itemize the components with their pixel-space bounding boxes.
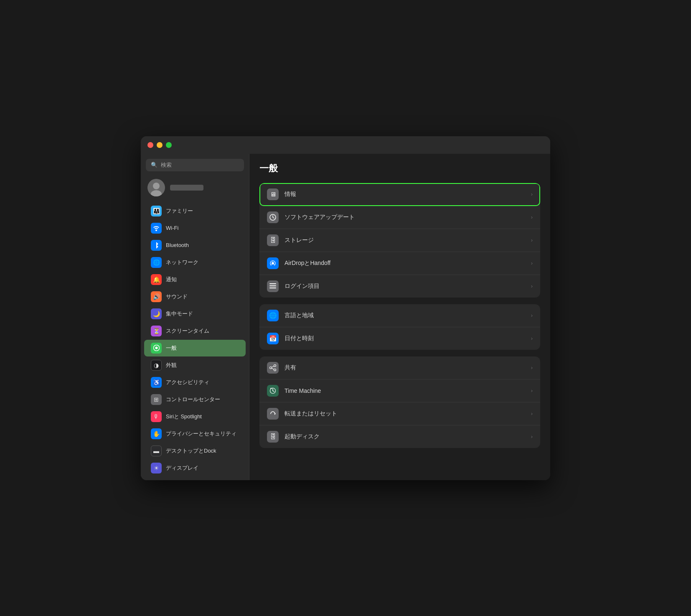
sidebar-item-privacy[interactable]: ✋ プライバシーとセキュリティ bbox=[144, 425, 246, 442]
time-machine-chevron: › bbox=[531, 387, 533, 394]
wifi-icon bbox=[151, 223, 162, 234]
svg-point-12 bbox=[274, 369, 276, 371]
sidebar-item-network[interactable]: 🌐 ネットワーク bbox=[144, 254, 246, 271]
sound-icon: 🔊 bbox=[151, 291, 162, 302]
svg-rect-7 bbox=[269, 283, 276, 284]
sidebar-item-displays[interactable]: ☀ ディスプレイ bbox=[144, 460, 246, 476]
titlebar bbox=[141, 136, 550, 154]
sharing-chevron: › bbox=[531, 364, 533, 371]
storage-label: ストレージ bbox=[285, 237, 525, 244]
sidebar-item-notifications[interactable]: 🔔 通知 bbox=[144, 271, 246, 288]
svg-marker-17 bbox=[274, 412, 276, 415]
airdrop-row-icon bbox=[267, 257, 279, 269]
content-area: 🔍 検索 👨‍👩‍👧 ファミリー bbox=[141, 154, 550, 480]
page-title: 一般 bbox=[259, 162, 540, 175]
language-row-icon: 🌐 bbox=[267, 310, 279, 321]
sidebar-item-family[interactable]: 👨‍👩‍👧 ファミリー bbox=[144, 203, 246, 219]
sidebar-item-focus[interactable]: 🌙 集中モード bbox=[144, 305, 246, 322]
transfer-reset-row-icon bbox=[267, 408, 279, 420]
main-content: 一般 🖥 情報 › ソフトウェアアップデート › bbox=[249, 154, 550, 480]
transfer-reset-label: 転送またはリセット bbox=[285, 410, 525, 417]
sidebar-label-sound: サウンド bbox=[166, 293, 188, 300]
traffic-lights bbox=[147, 142, 172, 148]
settings-row-software-update[interactable]: ソフトウェアアップデート › bbox=[259, 206, 540, 229]
settings-row-storage[interactable]: 🗄 ストレージ › bbox=[259, 229, 540, 252]
settings-row-airdrop[interactable]: AirDropとHandoff › bbox=[259, 252, 540, 275]
startup-disk-row-icon: 🗄 bbox=[267, 431, 279, 443]
focus-icon: 🌙 bbox=[151, 308, 162, 319]
sidebar-label-wifi: Wi-Fi bbox=[166, 225, 178, 231]
settings-row-transfer-reset[interactable]: 転送またはリセット › bbox=[259, 402, 540, 425]
svg-rect-8 bbox=[269, 285, 276, 286]
language-label: 言語と地域 bbox=[285, 312, 525, 319]
search-bar[interactable]: 🔍 検索 bbox=[146, 159, 244, 171]
sidebar-label-notifications: 通知 bbox=[166, 276, 177, 283]
airdrop-label: AirDropとHandoff bbox=[285, 260, 525, 267]
search-icon: 🔍 bbox=[151, 162, 158, 168]
settings-row-startup-disk[interactable]: 🗄 起動ディスク › bbox=[259, 425, 540, 448]
sidebar-item-general[interactable]: 一般 bbox=[144, 340, 246, 356]
minimize-button[interactable] bbox=[157, 142, 163, 148]
network-icon: 🌐 bbox=[151, 257, 162, 268]
sidebar-label-appearance: 外観 bbox=[166, 361, 177, 369]
close-button[interactable] bbox=[147, 142, 153, 148]
svg-rect-9 bbox=[269, 288, 276, 288]
family-icon: 👨‍👩‍👧 bbox=[151, 206, 162, 216]
sidebar-label-siri: Siriと Spotlight bbox=[166, 413, 202, 420]
sidebar-item-bluetooth[interactable]: Bluetooth bbox=[144, 237, 246, 254]
sidebar-item-sound[interactable]: 🔊 サウンド bbox=[144, 288, 246, 305]
search-placeholder: 検索 bbox=[161, 161, 172, 169]
svg-point-4 bbox=[155, 347, 158, 349]
sidebar-label-screentime: スクリーンタイム bbox=[166, 327, 209, 335]
sharing-label: 共有 bbox=[285, 364, 525, 372]
siri-icon: 🎙 bbox=[151, 411, 162, 422]
settings-row-info[interactable]: 🖥 情報 › bbox=[259, 183, 540, 206]
settings-row-time-machine[interactable]: Time Machine › bbox=[259, 379, 540, 402]
time-machine-row-icon bbox=[267, 385, 279, 397]
settings-row-datetime[interactable]: 📅 日付と時刻 › bbox=[259, 327, 540, 350]
sharing-row-icon bbox=[267, 362, 279, 374]
sidebar-item-appearance[interactable]: ◑ 外観 bbox=[144, 357, 246, 374]
datetime-row-icon: 📅 bbox=[267, 333, 279, 344]
sidebar-item-accessibility[interactable]: ♿ アクセシビリティ bbox=[144, 374, 246, 391]
system-preferences-window: 🔍 検索 👨‍👩‍👧 ファミリー bbox=[141, 136, 550, 480]
control-center-icon: ⊞ bbox=[151, 394, 162, 405]
sidebar-item-siri[interactable]: 🎙 Siriと Spotlight bbox=[144, 408, 246, 425]
time-machine-label: Time Machine bbox=[285, 387, 525, 394]
sidebar-label-accessibility: アクセシビリティ bbox=[166, 379, 209, 386]
login-items-label: ログイン項目 bbox=[285, 283, 525, 290]
sidebar-label-focus: 集中モード bbox=[166, 310, 193, 318]
language-chevron: › bbox=[531, 312, 533, 318]
sidebar-label-general: 一般 bbox=[166, 344, 177, 352]
settings-group-1: 🖥 情報 › ソフトウェアアップデート › 🗄 bbox=[259, 183, 540, 298]
settings-group-3: 共有 › Time Machine › bbox=[259, 356, 540, 448]
displays-icon: ☀ bbox=[151, 463, 162, 473]
sidebar-item-screentime[interactable]: ⏳ スクリーンタイム bbox=[144, 323, 246, 339]
datetime-chevron: › bbox=[531, 335, 533, 341]
settings-row-sharing[interactable]: 共有 › bbox=[259, 356, 540, 379]
svg-point-1 bbox=[153, 183, 160, 189]
sidebar-item-wifi[interactable]: Wi-Fi bbox=[144, 220, 246, 237]
maximize-button[interactable] bbox=[166, 142, 172, 148]
software-update-chevron: › bbox=[531, 214, 533, 220]
general-icon bbox=[151, 343, 162, 354]
sidebar-label-displays: ディスプレイ bbox=[166, 464, 198, 472]
user-section[interactable] bbox=[141, 176, 249, 202]
user-name bbox=[170, 185, 203, 191]
sidebar: 🔍 検索 👨‍👩‍👧 ファミリー bbox=[141, 154, 249, 480]
settings-group-2: 🌐 言語と地域 › 📅 日付と時刻 › bbox=[259, 304, 540, 350]
appearance-icon: ◑ bbox=[151, 360, 162, 371]
svg-point-11 bbox=[270, 367, 272, 369]
sidebar-label-privacy: プライバシーとセキュリティ bbox=[166, 430, 236, 438]
sidebar-label-network: ネットワーク bbox=[166, 259, 198, 266]
transfer-reset-chevron: › bbox=[531, 410, 533, 417]
sidebar-label-bluetooth: Bluetooth bbox=[166, 242, 189, 248]
storage-row-icon: 🗄 bbox=[267, 234, 279, 246]
login-items-row-icon bbox=[267, 280, 279, 292]
sidebar-item-control-center[interactable]: ⊞ コントロールセンター bbox=[144, 391, 246, 408]
settings-row-login-items[interactable]: ログイン項目 › bbox=[259, 275, 540, 298]
accessibility-icon: ♿ bbox=[151, 377, 162, 388]
sidebar-item-desktop-dock[interactable]: ▬ デスクトップとDock bbox=[144, 443, 246, 459]
settings-row-language[interactable]: 🌐 言語と地域 › bbox=[259, 304, 540, 327]
bluetooth-icon bbox=[151, 240, 162, 251]
